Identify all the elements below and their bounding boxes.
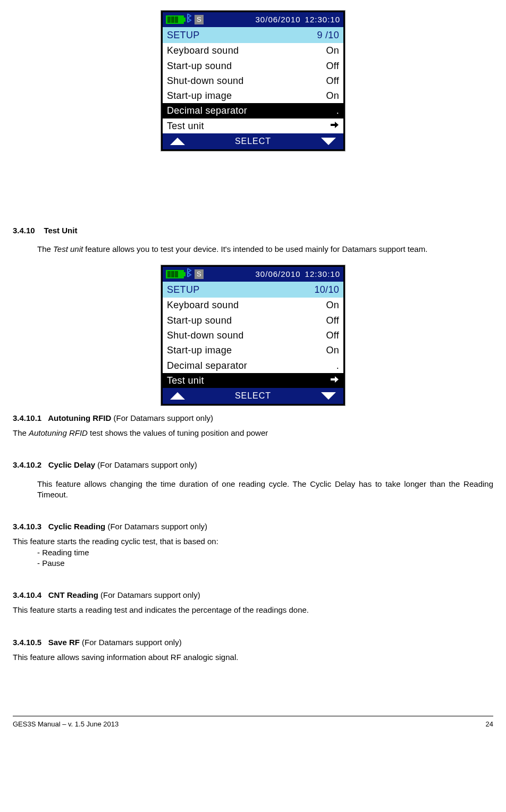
section-3-4-10-4-heading: 3.4.10.4 CNT Reading (For Datamars suppo… — [13, 590, 493, 600]
section-3-4-10-1-body: The Autotuning RFID test shows the value… — [13, 428, 493, 438]
setup-index: 9 /10 — [317, 29, 339, 41]
svg-rect-0 — [167, 16, 171, 23]
body-text-italic: Autotuning RFID — [29, 428, 88, 437]
menu-row[interactable]: Keyboard soundOn — [163, 43, 343, 58]
menu-row[interactable]: Test unit — [163, 119, 343, 133]
section-number: 3.4.10.1 — [13, 413, 41, 422]
section-number: 3.4.10.5 — [13, 638, 41, 647]
signal-letter: S — [195, 269, 204, 279]
submenu-arrow-icon — [330, 120, 339, 132]
menu-value: On — [326, 89, 339, 102]
section-note: (For Datamars support only) — [95, 460, 197, 469]
section-number: 3.4.10 — [13, 226, 35, 235]
bluetooth-icon — [186, 268, 192, 281]
page-footer: GES3S Manual – v. 1.5 June 2013 24 — [13, 716, 493, 729]
menu-label: Decimal separator — [167, 104, 247, 117]
section-note: (For Datamars support only) — [80, 638, 182, 647]
section-3-4-10-2-heading: 3.4.10.2 Cyclic Delay (For Datamars supp… — [13, 460, 493, 470]
status-date: 30/06/2010 — [256, 14, 301, 25]
section-3-4-10-body: The Test unit feature allows you to test… — [37, 244, 493, 255]
section-3-4-10-3-heading: 3.4.10.3 Cyclic Reading (For Datamars su… — [13, 521, 493, 532]
menu-label: Keyboard sound — [167, 299, 239, 311]
section-note: (For Datamars support only) — [105, 522, 207, 531]
section-title: CNT Reading — [48, 590, 98, 599]
svg-rect-5 — [175, 271, 178, 277]
body-text: The — [13, 428, 29, 437]
menu-row[interactable]: Start-up soundOff — [163, 58, 343, 73]
signal-letter: S — [195, 15, 204, 24]
status-bar: S 30/06/2010 12:30:10 — [163, 267, 343, 282]
menu-label: Keyboard sound — [167, 44, 239, 57]
menu-label: Shut-down sound — [167, 74, 244, 87]
section-title: Test Unit — [44, 226, 77, 235]
menu-row[interactable]: Shut-down soundOff — [163, 328, 343, 343]
select-button[interactable]: SELECT — [235, 136, 271, 147]
section-3-4-10-5-heading: 3.4.10.5 Save RF (For Datamars support o… — [13, 637, 493, 648]
nav-up-icon[interactable] — [170, 392, 185, 400]
menu-value: On — [326, 299, 339, 311]
body-text-italic: Test unit — [53, 244, 83, 253]
status-date: 30/06/2010 — [256, 269, 301, 280]
section-3-4-10-4-body: This feature starts a reading test and i… — [13, 605, 493, 615]
select-button[interactable]: SELECT — [235, 390, 271, 402]
section-note: (For Datamars support only) — [98, 590, 200, 599]
menu-value: Off — [326, 329, 339, 342]
setup-label: SETUP — [167, 29, 200, 41]
menu-value: . — [336, 104, 339, 117]
svg-rect-4 — [171, 271, 174, 277]
setup-index: 10/10 — [314, 283, 339, 296]
bottom-bar: SELECT — [163, 133, 343, 149]
menu-row[interactable]: Start-up soundOff — [163, 313, 343, 328]
battery-icon — [166, 15, 184, 24]
section-3-4-10-2-body: This feature allows changing the time du… — [37, 479, 493, 501]
menu-row[interactable]: Start-up imageOn — [163, 88, 343, 103]
setup-header: SETUP 10/10 — [163, 282, 343, 298]
nav-down-icon[interactable] — [321, 138, 336, 145]
section-title: Autotuning RFID — [48, 413, 111, 422]
device-screen-b: S 30/06/2010 12:30:10 SETUP 10/10 Keyboa… — [161, 265, 345, 405]
section-title: Cyclic Reading — [48, 522, 106, 531]
battery-icon — [166, 270, 184, 278]
menu-value: On — [326, 44, 339, 57]
menu-row[interactable]: Shut-down soundOff — [163, 73, 343, 88]
status-time: 12:30:10 — [305, 14, 340, 25]
menu-label: Start-up image — [167, 89, 232, 102]
section-3-4-10-1-heading: 3.4.10.1 Autotuning RFID (For Datamars s… — [13, 413, 493, 424]
menu-value: . — [336, 359, 339, 372]
menu-label: Shut-down sound — [167, 329, 244, 342]
section-3-4-10-3-body: This feature starts the reading cyclic t… — [13, 536, 493, 547]
menu-row[interactable]: Start-up imageOn — [163, 343, 343, 358]
status-bar: S 30/06/2010 12:30:10 — [163, 12, 343, 27]
body-text: test shows the values of tuning position… — [88, 428, 268, 437]
list-item: Reading time — [37, 547, 493, 558]
footer-left: GES3S Manual – v. 1.5 June 2013 — [13, 720, 119, 729]
bluetooth-icon — [186, 13, 192, 26]
menu-value: Off — [326, 314, 339, 327]
svg-rect-1 — [171, 16, 174, 23]
section-number: 3.4.10.2 — [13, 460, 41, 469]
nav-down-icon[interactable] — [321, 392, 336, 400]
section-3-4-10-heading: 3.4.10 Test Unit — [13, 225, 493, 236]
menu-label: Decimal separator — [167, 359, 247, 372]
menu-rows-b: Keyboard soundOnStart-up soundOffShut-do… — [163, 298, 343, 388]
list-item: Pause — [37, 558, 493, 569]
setup-header: SETUP 9 /10 — [163, 27, 343, 43]
menu-label: Test unit — [167, 374, 204, 387]
nav-up-icon[interactable] — [170, 138, 185, 145]
menu-row[interactable]: Keyboard soundOn — [163, 298, 343, 312]
device-screen-a: S 30/06/2010 12:30:10 SETUP 9 /10 Keyboa… — [161, 11, 345, 151]
menu-value: Off — [326, 60, 339, 72]
svg-rect-3 — [167, 271, 171, 277]
body-text: The — [37, 244, 53, 253]
section-title: Save RF — [48, 638, 80, 647]
menu-label: Start-up sound — [167, 314, 232, 327]
svg-rect-2 — [175, 16, 178, 23]
status-time: 12:30:10 — [305, 269, 340, 280]
menu-row[interactable]: Decimal separator. — [163, 358, 343, 373]
menu-label: Start-up sound — [167, 60, 232, 72]
menu-row[interactable]: Decimal separator. — [163, 103, 343, 118]
menu-label: Test unit — [167, 120, 204, 132]
section-3-4-10-5-body: This feature allows saving information a… — [13, 652, 493, 663]
section-title: Cyclic Delay — [48, 460, 95, 469]
menu-row[interactable]: Test unit — [163, 373, 343, 388]
